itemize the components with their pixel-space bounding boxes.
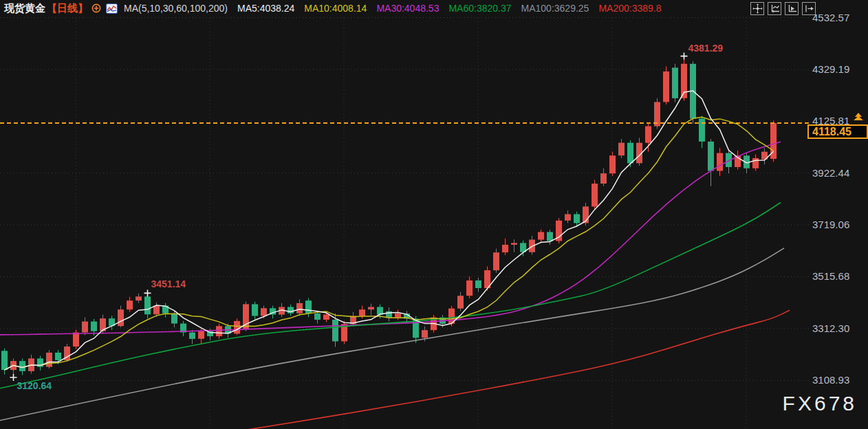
pan-tool-icon[interactable] xyxy=(750,2,764,15)
axis-play-icon[interactable] xyxy=(785,2,799,15)
grid-layer xyxy=(0,18,809,429)
svg-text:3120.64: 3120.64 xyxy=(17,380,52,391)
circle-plus-icon[interactable] xyxy=(91,3,101,13)
ma30-value: MA30:4048.53 xyxy=(376,3,439,14)
ma100-value: MA100:3629.25 xyxy=(521,3,589,14)
price-axis-label: 3719.06 xyxy=(812,219,849,230)
price-axis-label: 3515.68 xyxy=(812,270,849,282)
ma-overlay-layer xyxy=(0,91,790,429)
symbol-title: 现货黄金 xyxy=(4,2,45,15)
svg-text:4381.29: 4381.29 xyxy=(688,43,724,54)
current-price-tag: 4118.45 xyxy=(807,124,868,139)
chart-window: 4381.293451.143120.64 现货黄金 【日线】 MA(5,10,… xyxy=(0,0,868,429)
watermark-logo: FX678 xyxy=(783,392,857,415)
ma5-value: MA5:4038.24 xyxy=(237,3,294,14)
svg-text:3451.14: 3451.14 xyxy=(151,278,186,289)
price-up-arrow-icon xyxy=(853,113,864,122)
price-axis-label: 3922.44 xyxy=(812,167,849,179)
candles-layer xyxy=(1,56,777,377)
price-axis-label: 4329.19 xyxy=(812,63,849,75)
chart-header: 现货黄金 【日线】 MA(5,10,30,60,100,200) MA5:403… xyxy=(0,0,868,16)
collapse-right-icon[interactable] xyxy=(802,2,816,15)
ma60-value: MA60:3820.37 xyxy=(448,3,511,14)
ma-group-label: MA(5,10,30,60,100,200) xyxy=(124,3,228,14)
chart-toolbar xyxy=(750,2,816,15)
candlestick-chart-canvas[interactable]: 4381.293451.143120.64 xyxy=(0,0,868,429)
price-axis-label: 3312.30 xyxy=(812,322,849,334)
price-axis-label: 3108.93 xyxy=(812,374,849,386)
ma10-value: MA10:4008.14 xyxy=(304,3,367,14)
ma200-value: MA200:3389.8 xyxy=(598,3,661,14)
mini-chart-icon[interactable] xyxy=(106,3,118,14)
period-label: 【日线】 xyxy=(47,2,88,15)
axis-scale-left-icon[interactable] xyxy=(768,2,781,15)
